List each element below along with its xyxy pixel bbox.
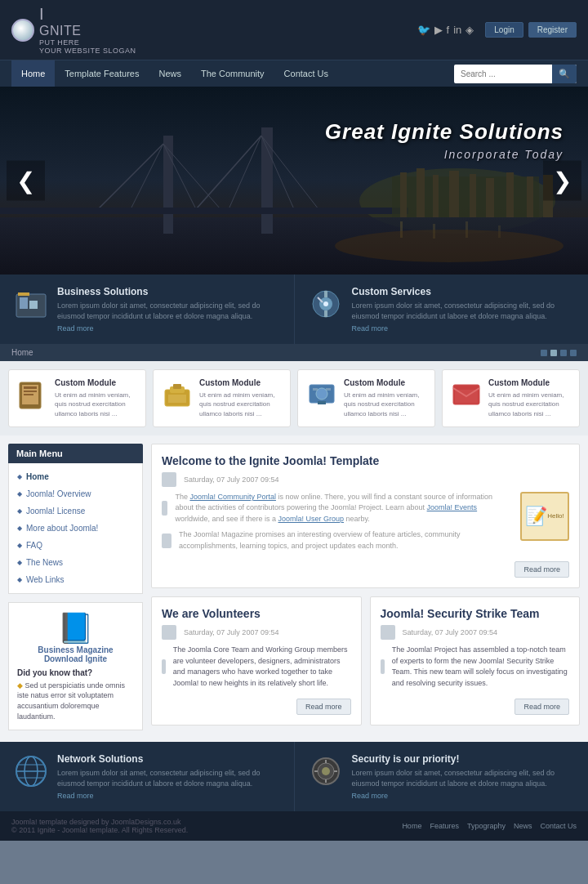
business-solutions-icon <box>13 286 49 322</box>
feature-business-readmore[interactable]: Read more <box>57 324 281 333</box>
sidebar-label-license[interactable]: Joomla! License <box>26 507 85 516</box>
footer-feature-network: Network Solutions Lorem ipsum dolor sit … <box>0 742 295 811</box>
sidebar-label-faq[interactable]: FAQ <box>26 541 42 550</box>
nav-dot-2[interactable] <box>550 350 557 356</box>
bullet-icon: ◆ <box>17 681 25 690</box>
hero-text: Great Ignite Solutions Incorporate Today <box>325 119 564 161</box>
bottom-nav-typography[interactable]: Typography <box>467 822 506 830</box>
module-text-3: Ut enim ad minim veniam, quis nostrud ex… <box>488 391 571 418</box>
nav-news[interactable]: News <box>149 60 191 87</box>
register-button[interactable]: Register <box>528 22 577 38</box>
article-0-readmore[interactable]: Read more <box>514 561 569 578</box>
next-arrow[interactable]: ❯ <box>543 161 581 201</box>
joomla-events-link[interactable]: Joomla! Events <box>427 503 478 511</box>
module-text-1: Ut enim ad minim veniam, quis nostrud ex… <box>199 391 282 418</box>
nav-contact[interactable]: Contact Us <box>274 60 338 87</box>
footer-network-title: Network Solutions <box>57 753 281 765</box>
calendar-icon-0 <box>162 472 176 487</box>
sidebar-item-about[interactable]: ◆ More about Joomla! <box>9 520 142 537</box>
svg-rect-42 <box>24 394 33 395</box>
module-text-2: Ut enim ad minim veniam, quis nostrud ex… <box>344 391 426 418</box>
nav-community[interactable]: The Community <box>191 60 274 87</box>
feature-business-content: Business Solutions Lorem ipsum dolor sit… <box>57 286 281 333</box>
hero-banner: Great Ignite Solutions Incorporate Today… <box>0 87 588 275</box>
user-group-link[interactable]: Joomla! User Group <box>278 515 344 523</box>
sidebar-label-news[interactable]: The News <box>26 558 63 567</box>
svg-rect-3 <box>163 136 173 234</box>
hero-title: Great Ignite Solutions <box>325 119 564 145</box>
footer-security-text: Lorem ipsum dolor sit amet, consectetur … <box>352 768 576 788</box>
community-portal-link[interactable]: Joomla! Community Portal <box>189 493 276 501</box>
magazine-link[interactable]: Business MagazineDownload Ignite <box>17 645 134 663</box>
article-0-body: The Joomla! Community Portal is now onli… <box>162 492 569 552</box>
sidebar-item-license[interactable]: ◆ Joomla! License <box>9 502 142 520</box>
svg-rect-36 <box>324 310 327 317</box>
sidebar-magazine: 📘 Business MagazineDownload Ignite Did y… <box>8 602 143 730</box>
svg-rect-35 <box>324 291 327 297</box>
article-1-readmore[interactable]: Read more <box>296 699 351 715</box>
twitter-icon[interactable]: 🐦 <box>417 24 430 36</box>
footer-network-content: Network Solutions Lorem ipsum dolor sit … <box>57 753 281 800</box>
bottom-nav: Home Features Typography News Contact Us <box>402 822 577 830</box>
footer-network-text: Lorem ipsum dolor sit amet, consectetur … <box>57 768 281 788</box>
bottom-nav-features[interactable]: Features <box>430 822 459 830</box>
footer-security-readmore[interactable]: Read more <box>352 792 576 800</box>
calendar-icon-1 <box>162 625 176 640</box>
svg-point-37 <box>323 301 328 306</box>
sidebar-item-home[interactable]: ◆ Home <box>9 468 142 485</box>
login-button[interactable]: Login <box>485 22 523 38</box>
module-icon-1 <box>162 378 193 409</box>
prev-arrow[interactable]: ❮ <box>7 161 45 201</box>
article-1: We are Volunteers Saturday, 07 July 2007… <box>151 596 362 726</box>
sidebar-item-news[interactable]: ◆ The News <box>9 554 142 571</box>
nav-bar: Home Template Features News The Communit… <box>0 60 588 87</box>
module-content-2: Custom Module Ut enim ad minim veniam, q… <box>344 378 426 418</box>
footer-network-readmore[interactable]: Read more <box>57 792 281 800</box>
sidebar-item-faq[interactable]: ◆ FAQ <box>9 537 142 554</box>
top-right: 🐦 ▶ f in ◈ Login Register <box>417 22 577 38</box>
sidebar-label-about[interactable]: More about Joomla! <box>26 524 98 533</box>
bottom-nav-home[interactable]: Home <box>402 822 421 830</box>
youtube-icon[interactable]: ▶ <box>434 24 443 36</box>
svg-rect-46 <box>168 395 186 403</box>
sidebar-label-home[interactable]: Home <box>26 472 49 481</box>
svg-rect-16 <box>416 168 425 217</box>
sidebar-bullet-1: ◆ <box>17 490 22 498</box>
feature-services-text: Lorem ipsum dolor sit amet, consectetur … <box>352 301 576 321</box>
feature-business-text: Lorem ipsum dolor sit amet, consectetur … <box>57 301 281 321</box>
sidebar-item-overview[interactable]: ◆ Joomla! Overview <box>9 485 142 502</box>
module-card-3: Custom Module Ut enim ad minim veniam, q… <box>442 369 580 427</box>
logo-area: IGNITE PUT HERE YOUR WEBSITE SLOGAN <box>11 5 136 55</box>
bottom-nav-contact[interactable]: Contact Us <box>540 822 577 830</box>
article-0: Welcome to the Ignite Joomla! Template S… <box>151 444 580 589</box>
svg-rect-18 <box>449 171 459 217</box>
svg-rect-20 <box>486 178 494 217</box>
search-input[interactable] <box>454 66 552 82</box>
facebook-icon[interactable]: f <box>447 24 450 36</box>
feature-services-readmore[interactable]: Read more <box>352 324 576 333</box>
custom-services-icon <box>308 286 344 322</box>
nav-template-features[interactable]: Template Features <box>55 60 149 87</box>
nav-home[interactable]: Home <box>11 60 55 87</box>
nav-dot-4[interactable] <box>570 350 577 356</box>
article-2-readmore[interactable]: Read more <box>514 699 569 715</box>
svg-rect-40 <box>24 386 37 389</box>
linkedin-icon[interactable]: in <box>453 24 461 36</box>
sidebar-label-overview[interactable]: Joomla! Overview <box>26 489 91 498</box>
module-text-0: Ut enim ad minim veniam, quis nostrud ex… <box>55 391 137 418</box>
module-icon-3 <box>451 378 482 409</box>
article-icon-2 <box>381 659 385 674</box>
nav-dot-1[interactable] <box>541 350 547 356</box>
content-area: Welcome to the Ignite Joomla! Template S… <box>151 444 580 734</box>
search-button[interactable]: 🔍 <box>552 65 577 83</box>
rss-icon[interactable]: ◈ <box>466 24 474 36</box>
article-image-0: 📝 Hello! <box>520 492 569 541</box>
sidebar-item-weblinks[interactable]: ◆ Web Links <box>9 571 142 588</box>
article-2-title: Joomla! Security Strike Team <box>381 607 570 620</box>
article-icon-1 <box>162 659 166 674</box>
module-card-1: Custom Module Ut enim ad minim veniam, q… <box>153 369 291 427</box>
bottom-nav-news[interactable]: News <box>514 822 532 830</box>
sidebar-label-weblinks[interactable]: Web Links <box>26 575 65 584</box>
article-icon-0b <box>162 534 172 548</box>
nav-dot-3[interactable] <box>560 350 567 356</box>
